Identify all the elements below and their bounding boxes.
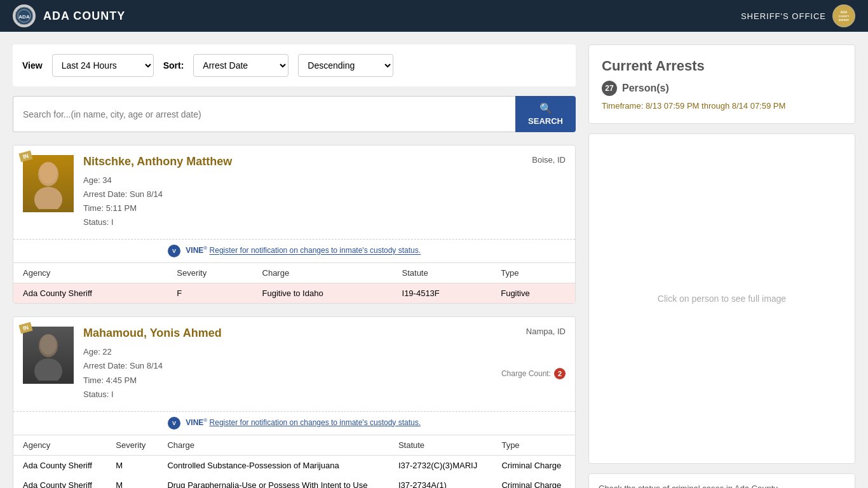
vine-row-2: V VINE® Register for notification on cha… <box>13 411 575 435</box>
col-charge: Charge <box>253 263 393 283</box>
cell-charge: Fugitive to Idaho <box>253 283 393 304</box>
charge-count-2: Charge Count: 2 <box>501 368 566 379</box>
left-panel: View Last 24 Hours Last 48 Hours Last 72… <box>13 44 576 488</box>
image-preview-box: Click on person to see full image <box>588 133 855 464</box>
charge-count-badge-2: 2 <box>554 368 566 379</box>
mugshot-1 <box>23 155 74 212</box>
cell-type: Fugitive <box>491 283 575 304</box>
person-info-1: Nitschke, Anthony Matthew Age: 34 Arrest… <box>83 155 566 229</box>
cell-type: Criminal Charge <box>492 455 575 475</box>
svg-text:SHERIFF: SHERIFF <box>838 18 850 22</box>
person-name-1: Nitschke, Anthony Matthew <box>83 155 566 168</box>
current-arrests-title: Current Arrests <box>602 58 842 74</box>
image-placeholder-text: Click on person to see full image <box>658 294 786 304</box>
person-location-2: Nampa, ID <box>526 327 566 336</box>
case-status-text: Check the status of criminal cases in Ad… <box>599 484 778 488</box>
svg-text:ADA: ADA <box>841 10 848 14</box>
cell-statute: I37-2734A(1) <box>389 475 492 488</box>
cell-type: Criminal Charge <box>492 475 575 488</box>
col-agency-2: Agency <box>13 435 106 455</box>
person-card-1[interactable]: IN Nitschke, Anthony Matthew Age: 34 Arr… <box>13 145 576 304</box>
sort-select[interactable]: Arrest Date Name Age <box>193 54 288 77</box>
right-panel: Current Arrests 27 Person(s) Timeframe: … <box>588 44 855 488</box>
table-row: Ada County Sheriff F Fugitive to Idaho I… <box>13 283 575 304</box>
timeframe: Timeframe: 8/13 07:59 PM through 8/14 07… <box>602 101 842 111</box>
mugshot-2 <box>23 327 74 384</box>
svg-point-8 <box>34 187 62 209</box>
cell-statute: I37-2732(C)(3)MARIJ <box>389 455 492 475</box>
cell-severity: M <box>106 455 158 475</box>
view-select[interactable]: Last 24 Hours Last 48 Hours Last 72 Hour… <box>52 54 154 77</box>
cell-agency: Ada County Sheriff <box>13 455 106 475</box>
cell-statute: I19-4513F <box>393 283 492 304</box>
persons-count: 27 Person(s) <box>602 81 842 96</box>
person-info-2: Mahamoud, Yonis Ahmed Age: 22 Arrest Dat… <box>83 327 566 401</box>
search-button[interactable]: 🔍 SEARCH <box>515 96 576 132</box>
main-container: View Last 24 Hours Last 48 Hours Last 72… <box>0 32 868 488</box>
person-name-2: Mahamoud, Yonis Ahmed <box>83 327 566 340</box>
search-button-label: SEARCH <box>528 116 563 126</box>
timeframe-label: Timeframe: <box>602 101 643 111</box>
col-agency: Agency <box>13 263 167 283</box>
search-icon: 🔍 <box>539 102 552 114</box>
cell-agency: Ada County Sheriff <box>13 283 167 304</box>
person-card-2[interactable]: IN Mahamoud, Yonis Ahmed Age: 22 Arrest … <box>13 316 576 488</box>
cell-charge: Controlled Substance-Possession of Marij… <box>158 455 389 475</box>
charges-table-1: Agency Severity Charge Statute Type Ada … <box>13 262 575 303</box>
cell-agency: Ada County Sheriff <box>13 475 106 488</box>
col-type-2: Type <box>492 435 575 455</box>
vine-icon-1: V <box>168 245 180 257</box>
svg-text:COUNTY: COUNTY <box>839 15 850 18</box>
col-statute: Statute <box>393 263 492 283</box>
col-type: Type <box>491 263 575 283</box>
current-arrests-box: Current Arrests 27 Person(s) Timeframe: … <box>588 44 855 124</box>
vine-link-1[interactable]: Register for notification on changes to … <box>210 247 421 255</box>
charge-count-label: Charge Count: <box>501 369 551 378</box>
card-header-2: IN Mahamoud, Yonis Ahmed Age: 22 Arrest … <box>13 317 575 410</box>
search-input[interactable] <box>13 96 515 132</box>
view-label: View <box>22 60 43 71</box>
order-select[interactable]: Descending Ascending <box>298 54 393 77</box>
mugshot-container-2: IN <box>23 327 74 384</box>
header-right: SHERIFF'S OFFICE ADA COUNTY SHERIFF <box>741 4 855 27</box>
sort-label: Sort: <box>163 60 184 71</box>
col-severity: Severity <box>167 263 252 283</box>
cell-severity: F <box>167 283 252 304</box>
case-status-box[interactable]: Check the status of criminal cases in Ad… <box>588 473 855 488</box>
county-name: ADA COUNTY <box>43 10 125 23</box>
card-header-1: IN Nitschke, Anthony Matthew Age: 34 Arr… <box>13 146 575 239</box>
vine-link-2[interactable]: Register for notification on changes to … <box>210 418 421 427</box>
cell-severity: M <box>106 475 158 488</box>
col-severity-2: Severity <box>106 435 158 455</box>
office-name: SHERIFF'S OFFICE <box>741 11 826 21</box>
person-location-1: Boise, ID <box>532 155 566 165</box>
table-row: Ada County Sheriff M Drug Paraphernalia-… <box>13 475 575 488</box>
vine-icon-2: V <box>168 417 180 430</box>
sheriff-logo: ADA COUNTY SHERIFF <box>832 4 855 27</box>
svg-point-9 <box>39 162 57 184</box>
vine-brand-1: VINE <box>186 247 203 255</box>
svg-point-11 <box>34 358 62 381</box>
count-badge: 27 <box>602 81 617 96</box>
cell-charge: Drug Paraphernalia-Use or Possess With I… <box>158 475 389 488</box>
svg-point-12 <box>40 334 57 355</box>
search-bar: 🔍 SEARCH <box>13 96 576 132</box>
persons-label: Person(s) <box>622 83 669 94</box>
controls-bar: View Last 24 Hours Last 48 Hours Last 72… <box>13 44 576 86</box>
header-left: ADA ADA COUNTY <box>13 4 125 27</box>
table-row: Ada County Sheriff M Controlled Substanc… <box>13 455 575 475</box>
person-details-2: Age: 22 Arrest Date: Sun 8/14 Time: 4:45… <box>83 345 566 401</box>
timeframe-value: 8/13 07:59 PM through 8/14 07:59 PM <box>646 101 785 111</box>
county-logo: ADA <box>13 4 36 27</box>
person-details-1: Age: 34 Arrest Date: Sun 8/14 Time: 5:11… <box>83 173 566 229</box>
svg-text:ADA: ADA <box>18 14 30 20</box>
header: ADA ADA COUNTY SHERIFF'S OFFICE ADA COUN… <box>0 0 868 32</box>
col-statute-2: Statute <box>389 435 492 455</box>
mugshot-container-1: IN <box>23 155 74 212</box>
charges-table-2: Agency Severity Charge Statute Type Ada … <box>13 435 575 488</box>
col-charge-2: Charge <box>158 435 389 455</box>
vine-row-1: V VINE® Register for notification on cha… <box>13 239 575 262</box>
vine-brand-2: VINE <box>186 418 203 427</box>
